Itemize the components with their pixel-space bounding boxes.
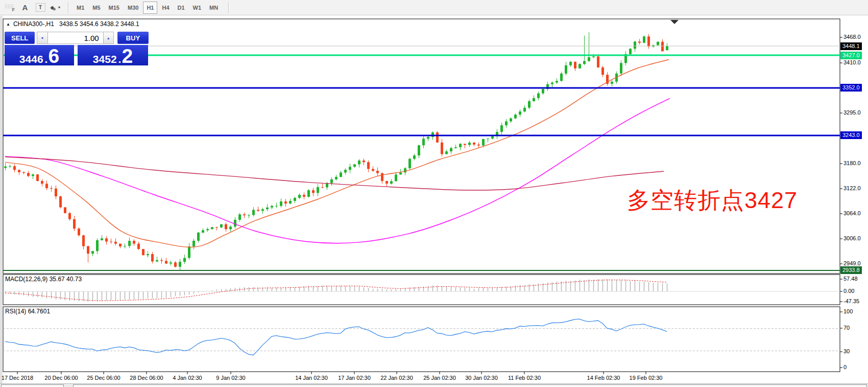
- top-toolbar: F A T ◆ ◆ ▼ M1M5M15M30H1H4D1W1MN: [0, 0, 868, 15]
- buy-price-display[interactable]: 3452.2: [78, 45, 148, 65]
- timeframe-button-W1[interactable]: W1: [189, 2, 205, 14]
- chart-symbol-header: ▲ CHINA300-,H1 3438.5 3454.6 3438.2 3448…: [6, 20, 139, 28]
- ohlc-values: 3438.5 3454.6 3438.2 3448.1: [59, 20, 139, 28]
- chart-tab[interactable]: [73, 384, 867, 387]
- chart-tab[interactable]: [1, 384, 64, 387]
- timeframe-button-M5[interactable]: M5: [89, 2, 104, 14]
- volume-increase-button[interactable]: ▲: [103, 32, 114, 44]
- sell-price-display[interactable]: 3446.6: [5, 45, 74, 65]
- text-tool-button[interactable]: T: [34, 2, 47, 14]
- mt4-trading-app: { "toolbar": { "tools": [ {"name": "indi…: [0, 0, 868, 387]
- shapes-icon: ◆ ◆ ▼: [51, 4, 61, 11]
- buy-button[interactable]: BUY: [117, 32, 149, 44]
- timeframe-button-group: M1M5M15M30H1H4D1W1MN: [73, 2, 222, 14]
- chart-tab-bar: [0, 383, 868, 387]
- timeframe-button-M15[interactable]: M15: [105, 2, 123, 14]
- indicator-grid-button[interactable]: F: [3, 2, 16, 14]
- chevron-down-icon: ▼: [57, 6, 61, 9]
- label-tool-button[interactable]: A: [18, 2, 32, 14]
- caret-up-icon: ▲: [107, 36, 110, 40]
- buy-price-pips: 2: [122, 48, 133, 65]
- timeframe-button-M30[interactable]: M30: [124, 2, 142, 14]
- timeframe-button-MN[interactable]: MN: [206, 2, 222, 14]
- main-chart-surface[interactable]: [3, 35, 840, 289]
- timeframe-button-H1[interactable]: H1: [143, 2, 157, 14]
- timeframe-button-D1[interactable]: D1: [174, 2, 188, 14]
- sell-price-pips: 6: [48, 48, 59, 65]
- buy-price-main: 3452: [93, 53, 117, 65]
- toolbar-separator: [68, 2, 69, 13]
- sell-price-main: 3446: [19, 53, 43, 65]
- one-click-trading-panel: SELL ▼ ▲ BUY 3446.6 3452.2: [5, 32, 149, 65]
- chart-text-annotation: 多空转折点3427: [627, 188, 798, 212]
- volume-input[interactable]: [48, 32, 103, 44]
- macd-panel-surface[interactable]: [3, 290, 840, 321]
- rsi-panel-surface[interactable]: [3, 323, 840, 387]
- indicator-grid-f-icon: F: [5, 4, 15, 11]
- macd-indicator-label: MACD(12,26,9) 35.67 40.73: [5, 276, 82, 283]
- shapes-tool-button[interactable]: ◆ ◆ ▼: [49, 2, 62, 14]
- volume-decrease-button[interactable]: ▼: [37, 32, 47, 44]
- timeframe-button-H4[interactable]: H4: [158, 2, 173, 14]
- text-box-icon: T: [36, 3, 45, 12]
- caret-down-icon: ▼: [41, 36, 44, 40]
- timeframe-button-M1[interactable]: M1: [73, 2, 88, 14]
- sell-button[interactable]: SELL: [5, 32, 35, 44]
- price-axis[interactable]: [840, 35, 868, 387]
- symbol-period-label: CHINA300-,H1: [13, 20, 54, 28]
- rsi-indicator-label: RSI(14) 64.7601: [5, 308, 50, 315]
- toolbar-separator: [228, 2, 229, 13]
- collapse-arrow-icon: ▲: [6, 22, 10, 27]
- label-a-icon: A: [22, 3, 28, 12]
